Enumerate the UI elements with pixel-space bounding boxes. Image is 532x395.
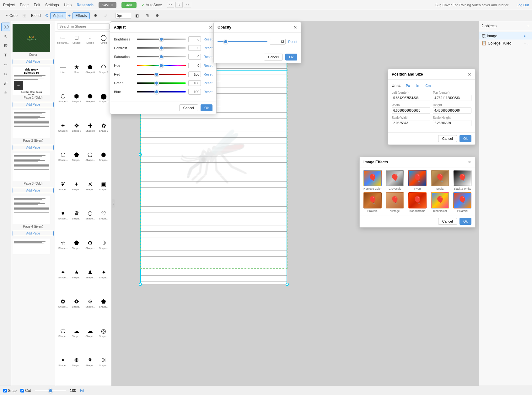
resize-button[interactable]: ⤢: [101, 12, 110, 19]
redo2-button[interactable]: ↪: [184, 2, 191, 8]
page-thumb-4[interactable]: Page 4 (Even): [13, 196, 54, 228]
pos-cancel-button[interactable]: Cancel: [438, 135, 457, 142]
effect-item-8[interactable]: 🎈Technicolor: [430, 192, 450, 213]
menu-research[interactable]: Research: [77, 3, 94, 7]
shape-item-46[interactable]: ⚘Shape...: [84, 356, 97, 384]
shape-item-19[interactable]: ⬢Shape...: [97, 150, 110, 179]
menu-help[interactable]: Help: [64, 3, 72, 7]
shape-item-47[interactable]: ❊Shape...: [97, 356, 110, 384]
shape-item-12[interactable]: ✦Shape 6: [56, 121, 69, 150]
shape-item-31[interactable]: ☽Shape...: [97, 238, 110, 267]
object-item-ruled[interactable]: 📋 College Ruled ○ ⋮: [479, 40, 532, 47]
shape-item-39[interactable]: ⬟Shape...: [97, 297, 110, 326]
collapse-panel-button[interactable]: ‹: [112, 199, 115, 208]
contrast-value[interactable]: [188, 45, 201, 51]
pos-close-button[interactable]: ✕: [468, 72, 471, 77]
tool-image[interactable]: 🖼: [1, 41, 10, 50]
shape-item-1[interactable]: □Square: [70, 33, 83, 62]
ruled-visibility-toggle[interactable]: ○: [524, 41, 526, 45]
zoom-slider[interactable]: [35, 390, 66, 391]
brightness-value[interactable]: [188, 36, 201, 42]
tool-grid[interactable]: #: [1, 88, 10, 97]
tool-draw[interactable]: ✏: [1, 60, 10, 69]
tool-text[interactable]: T: [1, 51, 10, 60]
shape-item-17[interactable]: ⬟Shape...: [70, 150, 83, 179]
tool-select[interactable]: ↖: [1, 32, 10, 41]
shape-item-27[interactable]: ♡Shape...: [97, 209, 110, 238]
shape-item-7[interactable]: ⬠Shape 1: [97, 62, 110, 91]
shape-item-23[interactable]: ▣Shape...: [97, 180, 110, 208]
effects-ok-button[interactable]: Ok: [459, 218, 471, 225]
selection-handle-ml[interactable]: [139, 153, 142, 156]
page-thumb-1[interactable]: This BookBelongs To QR See Our Other Boo…: [13, 67, 54, 99]
adjust-cancel-button[interactable]: Cancel: [179, 104, 198, 111]
height-input[interactable]: [433, 108, 471, 113]
shape-item-11[interactable]: ⬤Shape 5: [97, 92, 110, 120]
effects-button[interactable]: Effects: [73, 12, 89, 19]
snap-checkbox[interactable]: [3, 389, 7, 392]
redo-button[interactable]: ↪: [175, 2, 183, 8]
shapes-search-input[interactable]: [57, 23, 110, 29]
shape-item-22[interactable]: ✕Shape...: [84, 180, 97, 208]
shape-item-38[interactable]: ⚙Shape...: [84, 297, 97, 326]
blue-slider[interactable]: [137, 91, 186, 92]
opacity-ok-button[interactable]: Ok: [285, 54, 297, 61]
menu-project[interactable]: Project: [3, 3, 15, 7]
fit-button[interactable]: Fit: [80, 388, 84, 393]
effect-item-1[interactable]: 🎈Greyscale: [385, 170, 406, 190]
shape-item-24[interactable]: ♥Shape...: [56, 209, 69, 238]
page-thumb-cover[interactable]: 🐛🦋Bug Book Cover: [13, 24, 54, 56]
selection-handle-bl[interactable]: [139, 283, 142, 286]
opacity-slider[interactable]: [218, 41, 267, 42]
px-input[interactable]: [116, 13, 131, 18]
shape-item-13[interactable]: ❖Shape 7: [70, 121, 83, 150]
saturation-reset[interactable]: Reset: [203, 55, 212, 59]
shape-item-20[interactable]: ❦Shape...: [56, 180, 69, 208]
contrast-slider[interactable]: [137, 47, 186, 49]
page-thumb-3[interactable]: Page 3 (Odd): [13, 153, 54, 185]
ruled-more-button[interactable]: ⋮: [526, 41, 529, 45]
brightness-slider[interactable]: [137, 39, 186, 40]
gear-button[interactable]: ⚙: [91, 12, 100, 19]
add-object-button[interactable]: +: [527, 23, 529, 29]
blue-value[interactable]: [188, 89, 201, 95]
hue-slider[interactable]: [137, 65, 186, 66]
unit-in[interactable]: In: [414, 83, 421, 88]
opacity-cancel-button[interactable]: Cancel: [264, 54, 283, 61]
tool-shapes[interactable]: ⬡⬠: [1, 23, 10, 31]
left-input[interactable]: [392, 95, 430, 101]
image-more-button[interactable]: ⋮: [526, 34, 529, 38]
shape-item-41[interactable]: ☁Shape...: [70, 326, 83, 355]
crop-button[interactable]: ✂ Crop: [3, 12, 20, 19]
shape-item-34[interactable]: ♟Shape...: [84, 268, 97, 297]
menu-page[interactable]: Page: [20, 3, 29, 7]
hue-reset[interactable]: Reset: [203, 64, 212, 67]
tool-mask[interactable]: ☺: [1, 70, 10, 78]
settings-toolbar-button[interactable]: ⚙: [153, 12, 162, 19]
shape-item-45[interactable]: ❋Shape...: [70, 356, 83, 384]
shape-item-25[interactable]: ♛Shape...: [70, 209, 83, 238]
undo-button[interactable]: ↩: [167, 2, 174, 8]
red-reset[interactable]: Reset: [203, 72, 212, 76]
saturation-value[interactable]: [188, 54, 201, 60]
green-reset[interactable]: Reset: [203, 81, 212, 85]
add-page-after-4[interactable]: Add Page: [13, 231, 54, 236]
shape-item-9[interactable]: ⬢Shape 3: [70, 92, 83, 120]
shape-item-29[interactable]: ⬟Shape...: [70, 238, 83, 267]
shape-item-10[interactable]: ⬣Shape 4: [84, 92, 97, 120]
shape-item-37[interactable]: ☸Shape...: [70, 297, 83, 326]
top-input[interactable]: [433, 95, 471, 101]
shape-item-8[interactable]: ⬡Shape 2: [56, 92, 69, 120]
shape-item-35[interactable]: ✦Shape...: [97, 268, 110, 297]
adjust-button[interactable]: Adjust: [50, 12, 66, 19]
add-page-after-1[interactable]: Add Page: [13, 102, 54, 107]
pos-ok-button[interactable]: Ok: [459, 135, 471, 142]
menu-settings[interactable]: Settings: [45, 3, 59, 7]
shape-item-5[interactable]: ★Star: [70, 62, 83, 91]
shape-item-4[interactable]: —Line: [56, 62, 69, 91]
effect-item-4[interactable]: 🎈Black & White: [452, 170, 473, 190]
shape-item-18[interactable]: ⬠Shape...: [84, 150, 97, 179]
red-slider[interactable]: [137, 74, 186, 75]
green-slider[interactable]: [137, 82, 186, 84]
blend-button[interactable]: Blend: [28, 12, 44, 19]
